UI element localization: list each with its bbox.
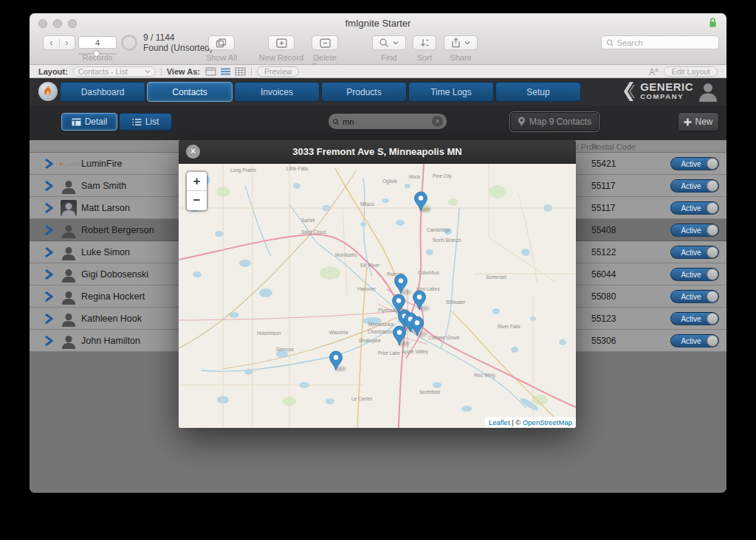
map-town-label: Columbus <box>418 270 440 275</box>
detail-view-button[interactable]: Detail <box>61 113 117 131</box>
zoom-in-button[interactable]: + <box>187 172 207 191</box>
found-pie-icon[interactable] <box>121 35 137 51</box>
map-town-label: Somerset <box>486 274 506 280</box>
nav-tab-setup[interactable]: Setup <box>495 82 581 102</box>
map-contacts-button[interactable]: Map 9 Contacts <box>510 112 599 131</box>
toggle-knob[interactable] <box>707 269 718 280</box>
list-view-icon <box>132 118 142 126</box>
row-chevron-icon[interactable] <box>44 225 53 235</box>
active-toggle[interactable]: Active <box>670 312 719 325</box>
contact-search-input[interactable] <box>343 117 432 126</box>
zoom-out-button[interactable]: − <box>187 191 207 210</box>
row-chevron-icon[interactable] <box>44 291 53 302</box>
photo-avatar <box>61 200 77 216</box>
map-town-label: Sartell <box>301 218 315 223</box>
share-button[interactable] <box>444 35 478 50</box>
window-title: fmIgnite Starter <box>30 18 726 29</box>
map-town-label: Waconia <box>329 330 348 335</box>
active-toggle[interactable]: Active <box>670 224 719 237</box>
active-toggle[interactable]: Active <box>670 334 719 347</box>
lock-icon <box>708 17 718 31</box>
map-canvas[interactable]: Long PrairieLittle FallsMoraOgilviePine … <box>179 164 576 428</box>
text-formatting-icon[interactable]: Aa <box>649 66 658 77</box>
toggle-knob[interactable] <box>707 313 718 325</box>
contact-search-field[interactable]: × <box>329 114 447 129</box>
new-record-button[interactable] <box>268 35 295 50</box>
row-chevron-icon[interactable] <box>44 314 53 324</box>
map-town-label: River Falls <box>498 324 520 329</box>
map-town-label: Shakopee <box>359 338 381 344</box>
row-chevron-icon[interactable] <box>44 336 53 346</box>
chevron-down-icon <box>392 40 399 46</box>
list-view-button[interactable]: List <box>119 113 172 131</box>
layout-label: Layout: <box>38 67 68 76</box>
openstreetmap-link[interactable]: OpenStreetMap <box>523 418 572 426</box>
postal-code: 55421 <box>591 159 616 169</box>
table-view-icon[interactable] <box>235 67 246 76</box>
find-button[interactable] <box>372 35 406 50</box>
row-chevron-icon[interactable] <box>44 247 53 257</box>
preview-button[interactable]: Preview <box>257 66 299 77</box>
toggle-knob[interactable] <box>707 224 718 236</box>
sort-button[interactable] <box>413 35 436 50</box>
map-town-label: Milaca <box>360 201 374 207</box>
toggle-label: Active <box>671 226 707 235</box>
active-toggle[interactable]: Active <box>670 179 719 193</box>
map-zoom-control: + − <box>187 172 207 210</box>
toggle-knob[interactable] <box>707 291 718 302</box>
flame-logo-icon[interactable] <box>38 82 58 101</box>
map-dialog-title: 3033 Fremont Ave S, Minneapolis MN <box>179 140 576 164</box>
chevron-down-icon <box>464 40 471 46</box>
nav-tab-products[interactable]: Products <box>321 82 407 102</box>
list-view-icon[interactable] <box>220 67 231 76</box>
toggle-knob[interactable] <box>707 158 718 170</box>
next-record-button[interactable]: › <box>59 36 75 49</box>
clear-search-button[interactable]: × <box>432 116 443 127</box>
active-toggle[interactable]: Active <box>670 268 719 281</box>
user-avatar-icon[interactable] <box>698 81 718 102</box>
nav-tab-time-logs[interactable]: Time Logs <box>408 82 494 102</box>
toggle-knob[interactable] <box>707 246 718 258</box>
active-toggle[interactable]: Active <box>670 157 719 170</box>
map-town-label: Le Center <box>351 396 373 401</box>
form-view-icon[interactable] <box>205 67 216 76</box>
show-all-button[interactable] <box>208 35 235 50</box>
header-postal-code: Postal Code <box>591 142 636 151</box>
row-chevron-icon[interactable] <box>44 159 53 169</box>
leaflet-link[interactable]: Leaflet <box>489 418 510 426</box>
nav-tab-contacts[interactable]: Contacts <box>147 82 233 102</box>
record-number-field[interactable] <box>78 36 117 49</box>
toggle-knob[interactable] <box>707 335 718 347</box>
active-toggle[interactable]: Active <box>670 290 719 303</box>
map-town-label: Glencoe <box>276 347 295 352</box>
active-toggle[interactable]: Active <box>670 201 719 215</box>
row-chevron-icon[interactable] <box>44 269 53 280</box>
layout-selector[interactable]: Contacts - List <box>73 66 156 77</box>
close-dialog-button[interactable]: × <box>186 145 200 159</box>
postal-code: 55122 <box>591 247 616 257</box>
contact-name: Regina Hockert <box>81 291 145 302</box>
toggle-knob[interactable] <box>707 202 718 214</box>
nav-tab-dashboard[interactable]: Dashboard <box>60 82 145 102</box>
new-contact-button[interactable]: New <box>678 112 719 131</box>
person-avatar-icon <box>61 178 77 194</box>
map-town-label: Mora <box>409 174 420 179</box>
quick-search-box[interactable] <box>601 35 719 49</box>
quick-search-input[interactable] <box>617 38 714 47</box>
row-chevron-icon[interactable] <box>44 203 53 213</box>
layout-bar: Layout: Contacts - List View As: Preview… <box>30 65 726 78</box>
previous-record-button[interactable]: ‹ <box>44 36 59 49</box>
row-chevron-icon[interactable] <box>44 181 53 191</box>
active-toggle[interactable]: Active <box>670 246 719 259</box>
nav-tabs: DashboardContactsInvoicesProductsTime Lo… <box>60 82 581 102</box>
brand-line1: GENERIC <box>640 82 693 91</box>
edit-layout-button[interactable]: Edit Layout <box>664 66 718 77</box>
delete-record-button[interactable] <box>312 35 338 50</box>
leaflet-map[interactable]: Long PrairieLittle FallsMoraOgilviePine … <box>179 164 576 428</box>
nav-tab-invoices[interactable]: Invoices <box>234 82 320 102</box>
record-nav-buttons[interactable]: ‹ › <box>43 35 75 50</box>
toggle-label: Active <box>671 315 707 323</box>
toggle-knob[interactable] <box>707 180 718 192</box>
search-icon <box>332 117 340 126</box>
toggle-label: Active <box>671 271 707 279</box>
